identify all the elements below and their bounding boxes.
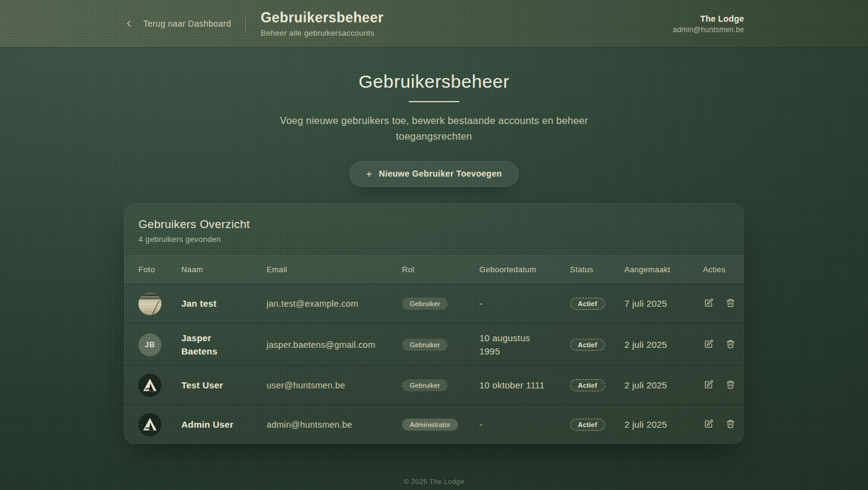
birthdate: -: [479, 418, 482, 431]
copyright-text: © 2025 The Lodge: [404, 478, 464, 485]
edit-user-button[interactable]: [703, 338, 714, 351]
user-name: Test User: [181, 379, 223, 392]
user-name: Jasper Baetens: [181, 332, 239, 358]
edit-user-button[interactable]: [703, 418, 714, 431]
edit-user-button[interactable]: [703, 297, 714, 310]
title-underline: [409, 101, 459, 102]
created-date: 2 juli 2025: [624, 380, 667, 390]
account-email: admin@huntsmen.be: [673, 25, 744, 34]
edit-icon: [704, 380, 713, 391]
column-header-acties: Acties: [703, 255, 744, 284]
user-avatar-logo: [138, 374, 161, 397]
created-date: 2 juli 2025: [624, 339, 667, 350]
page-title: Gebruikersbeheer: [124, 71, 744, 92]
role-badge: Gebruiker: [402, 339, 448, 351]
header-title: Gebruikersbeheer: [261, 10, 383, 26]
edit-icon: [704, 339, 713, 350]
delete-user-button[interactable]: [725, 379, 736, 392]
add-user-button[interactable]: + Nieuwe Gebruiker Toevoegen: [349, 161, 519, 187]
status-badge: Actief: [570, 298, 605, 310]
trash-icon: [726, 419, 735, 430]
table-header-row: Foto Naam Email Rol Geboortedatum Status…: [124, 255, 744, 284]
chevron-left-icon: [124, 19, 134, 28]
back-link-label: Terug naar Dashboard: [143, 19, 231, 28]
delete-user-button[interactable]: [725, 338, 736, 351]
topbar-left-group: Terug naar Dashboard Gebruikersbeheer Be…: [124, 10, 384, 38]
users-table: Foto Naam Email Rol Geboortedatum Status…: [124, 255, 744, 445]
header-title-block: Gebruikersbeheer Beheer alle gebruikersa…: [261, 10, 383, 38]
user-avatar-initials: JB: [138, 333, 161, 356]
page-description: Voeg nieuwe gebruikers toe, bewerk besta…: [247, 113, 621, 145]
role-badge: Gebruiker: [402, 298, 448, 310]
account-info: The Lodge admin@huntsmen.be: [673, 14, 744, 34]
card-header: Gebruikers Overzicht 4 gebruikers gevond…: [124, 203, 744, 255]
role-badge: Gebruiker: [402, 379, 448, 391]
users-overview-card: Gebruikers Overzicht 4 gebruikers gevond…: [124, 203, 744, 445]
status-badge: Actief: [570, 379, 605, 391]
created-date: 7 juli 2025: [624, 298, 667, 309]
top-bar: Terug naar Dashboard Gebruikersbeheer Be…: [0, 0, 868, 47]
page-footer: © 2025 The Lodge: [0, 444, 868, 490]
header-divider: [245, 15, 246, 33]
trash-icon: [726, 380, 735, 391]
add-user-button-label: Nieuwe Gebruiker Toevoegen: [379, 169, 502, 178]
main-content: Gebruikersbeheer Voeg nieuwe gebruikers …: [124, 47, 744, 444]
trash-icon: [726, 298, 735, 309]
status-badge: Actief: [570, 339, 605, 351]
user-email: admin@huntsmen.be: [267, 420, 352, 430]
column-header-rol: Rol: [402, 255, 479, 284]
user-avatar-photo: [138, 292, 161, 315]
birthdate: 10 augustus 1995: [479, 332, 548, 358]
table-row: Test User user@huntsmen.be Gebruiker 10 …: [124, 366, 744, 405]
user-name: Jan test: [181, 297, 216, 310]
card-title: Gebruikers Overzicht: [138, 218, 730, 231]
delete-user-button[interactable]: [725, 418, 736, 431]
table-row: JB Jasper Baetens jasper.baetens@gmail.c…: [124, 323, 744, 366]
created-date: 2 juli 2025: [624, 419, 667, 430]
table-row: Jan test jan.test@example.com Gebruiker …: [124, 284, 744, 323]
column-header-email: Email: [267, 255, 402, 284]
edit-user-button[interactable]: [703, 379, 714, 392]
column-header-geboortedatum: Geboortedatum: [479, 255, 570, 284]
birthdate: 10 oktober 1111: [479, 379, 545, 392]
column-header-aangemaakt: Aangemaakt: [624, 255, 703, 284]
user-email: jan.test@example.com: [267, 299, 358, 309]
status-badge: Actief: [570, 419, 605, 431]
delete-user-button[interactable]: [725, 297, 736, 310]
trash-icon: [726, 339, 735, 350]
role-badge: Administrator: [402, 419, 458, 431]
edit-icon: [704, 419, 713, 430]
user-email: jasper.baetens@gmail.com: [267, 340, 375, 350]
user-avatar-logo: [138, 413, 161, 436]
avatar-initials-text: JB: [145, 341, 155, 349]
birthdate: -: [479, 297, 482, 310]
user-name: Admin User: [181, 418, 233, 431]
plus-icon: +: [366, 169, 372, 179]
column-header-naam: Naam: [181, 255, 267, 284]
table-row: Admin User admin@huntsmen.be Administrat…: [124, 405, 744, 445]
column-header-status: Status: [570, 255, 624, 284]
column-header-foto: Foto: [124, 255, 181, 284]
header-subtitle: Beheer alle gebruikersaccounts: [261, 28, 383, 38]
back-to-dashboard-link[interactable]: Terug naar Dashboard: [124, 19, 231, 28]
edit-icon: [704, 298, 713, 309]
account-name: The Lodge: [673, 14, 744, 24]
hero-section: Gebruikersbeheer Voeg nieuwe gebruikers …: [124, 47, 744, 187]
user-email: user@huntsmen.be: [267, 381, 345, 390]
users-found-count: 4 gebruikers gevonden: [138, 235, 730, 244]
